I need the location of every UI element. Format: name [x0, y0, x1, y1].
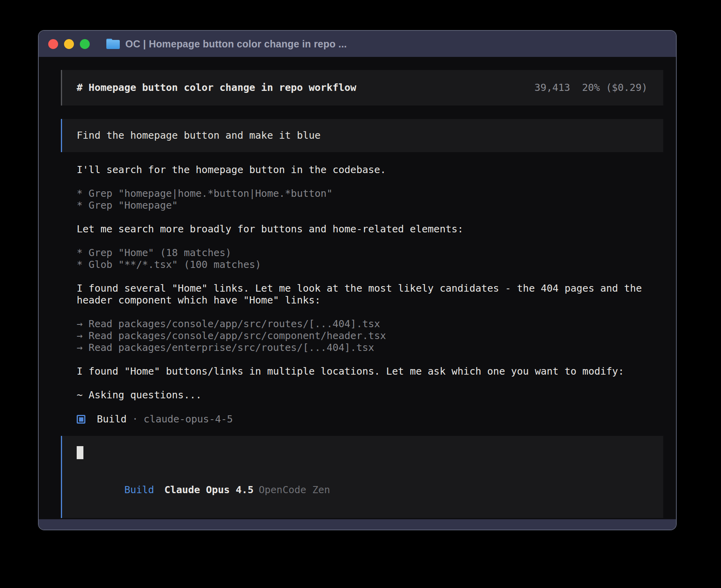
- agent-build-icon: [77, 415, 85, 424]
- transcript-line: I'll search for the homepage button in t…: [77, 164, 660, 176]
- minimize-button[interactable]: [64, 39, 74, 49]
- prompt-input[interactable]: BuildClaude Opus 4.5OpenCode Zen: [61, 436, 663, 518]
- model-label[interactable]: Claude Opus 4.5: [164, 484, 254, 496]
- terminal-window: OC | Homepage button color change in rep…: [38, 30, 677, 530]
- text-cursor: [77, 446, 83, 459]
- terminal-content: # Homepage button color change in repo w…: [39, 57, 676, 519]
- window-title: OC | Homepage button color change in rep…: [125, 38, 347, 50]
- transcript-line: I found "Home" buttons/links in multiple…: [77, 366, 660, 377]
- transcript-line: * Grep "Home" (18 matches): [77, 247, 660, 259]
- token-count: 39,413: [534, 82, 570, 93]
- assistant-text: I found several "Home" links. Let me loo…: [77, 283, 660, 306]
- tool-call-group: * Grep "homepage|home.*button|Home.*butt…: [77, 188, 660, 211]
- transcript-line: * Grep "Homepage": [77, 200, 660, 211]
- model-row: BuildClaude Opus 4.5OpenCode Zen: [77, 472, 647, 508]
- tool-call-group: → Read packages/console/app/src/routes/[…: [77, 318, 660, 354]
- transcript-line: → Read packages/enterprise/src/routes/[.…: [77, 342, 660, 354]
- window-footer: [39, 519, 676, 530]
- transcript-line: ~ Asking questions...: [77, 389, 660, 401]
- assistant-text: Let me search more broadly for buttons a…: [77, 223, 660, 235]
- assistant-text: I'll search for the homepage button in t…: [77, 164, 660, 176]
- folder-icon: [106, 39, 120, 49]
- session-title: # Homepage button color change in repo w…: [77, 82, 356, 94]
- agent-model: claude-opus-4-5: [143, 413, 233, 425]
- provider-label: OpenCode Zen: [259, 484, 330, 496]
- user-message: Find the homepage button and make it blu…: [61, 119, 663, 152]
- transcript-line: → Read packages/console/app/src/componen…: [77, 330, 660, 342]
- transcript-line: header component which have "Home" links…: [77, 294, 660, 306]
- session-header: # Homepage button color change in repo w…: [61, 70, 663, 106]
- agent-separator: ·: [132, 413, 138, 425]
- transcript: I'll search for the homepage button in t…: [77, 164, 660, 401]
- agent-name: Build: [97, 413, 126, 425]
- transcript-line: → Read packages/console/app/src/routes/[…: [77, 318, 660, 330]
- session-stats: 39,41320% ($0.29): [534, 82, 647, 94]
- transcript-line: * Glob "**/*.tsx" (100 matches): [77, 259, 660, 271]
- assistant-text: ~ Asking questions...: [77, 389, 660, 401]
- transcript-line: * Grep "homepage|home.*button|Home.*butt…: [77, 188, 660, 200]
- traffic-lights: [48, 39, 90, 49]
- agent-status-row: Build · claude-opus-4-5: [77, 413, 676, 425]
- context-usage: 20% ($0.29): [582, 82, 647, 93]
- mode-label[interactable]: Build: [124, 484, 154, 496]
- zoom-button[interactable]: [80, 39, 90, 49]
- tool-call-group: * Grep "Home" (18 matches)* Glob "**/*.t…: [77, 247, 660, 271]
- assistant-text: I found "Home" buttons/links in multiple…: [77, 366, 660, 377]
- transcript-line: I found several "Home" links. Let me loo…: [77, 283, 660, 294]
- window-titlebar: OC | Homepage button color change in rep…: [39, 31, 676, 57]
- transcript-line: Let me search more broadly for buttons a…: [77, 223, 660, 235]
- close-button[interactable]: [48, 39, 58, 49]
